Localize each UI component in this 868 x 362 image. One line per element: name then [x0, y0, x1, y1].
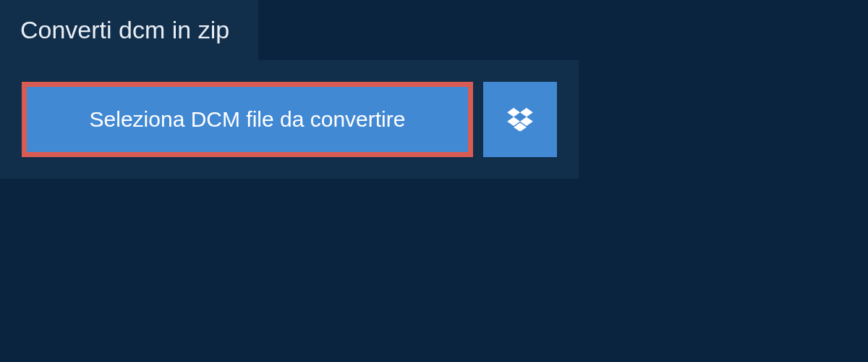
select-file-button[interactable]: Seleziona DCM file da convertire [22, 82, 473, 157]
select-file-label: Seleziona DCM file da convertire [90, 107, 406, 132]
dropbox-icon [507, 108, 533, 131]
button-row: Seleziona DCM file da convertire [22, 82, 557, 157]
upload-panel: Seleziona DCM file da convertire [0, 60, 579, 179]
dropbox-button[interactable] [483, 82, 557, 157]
tab-title: Converti dcm in zip [20, 16, 229, 43]
tab-header: Converti dcm in zip [0, 0, 258, 60]
